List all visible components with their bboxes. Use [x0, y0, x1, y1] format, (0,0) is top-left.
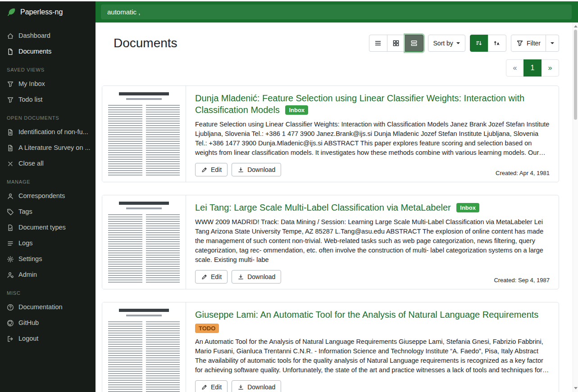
- sidebar-section-misc: MISC: [0, 283, 96, 299]
- tag-badge-inbox[interactable]: Inbox: [456, 203, 479, 212]
- open-document-icon: [7, 129, 14, 136]
- sidebar-item-label: Admin: [18, 271, 37, 279]
- sidebar-section-manage: MANAGE: [0, 171, 96, 188]
- document-title-link[interactable]: Lei Tang: Large Scale Multi-Label Classi…: [195, 203, 451, 212]
- document-card: Lei Tang: Large Scale Multi-Label Classi…: [102, 195, 559, 289]
- card-footer: Edit Download Created: Apr 4, 1981: [195, 158, 550, 176]
- card-footer: Edit Download Created: Sep 4, 1987: [195, 265, 550, 284]
- saved-view-icon: [7, 96, 14, 104]
- tag-badge-todo[interactable]: TODO: [195, 324, 219, 333]
- sidebar-item-logs[interactable]: Logs: [0, 235, 96, 251]
- created-date: Created: Apr 4, 1981: [496, 170, 550, 176]
- settings-icon: [7, 256, 14, 263]
- sidebar-item-close-all[interactable]: Close all: [0, 156, 96, 171]
- badge-row: TODO: [195, 324, 550, 333]
- filter-dropdown-toggle[interactable]: [546, 35, 559, 52]
- document-thumbnail[interactable]: [102, 86, 186, 182]
- sidebar-item-label: Documents: [18, 48, 51, 55]
- document-excerpt: An Automatic Tool for the Analysis of Na…: [195, 337, 550, 375]
- open-document-icon: [7, 144, 14, 152]
- content: Documents: [96, 23, 578, 392]
- sort-alphabetical-icon: [493, 40, 501, 47]
- sidebar: Paperless-ng Dashboard Documents SAVED V…: [0, 1, 96, 392]
- pagination-previous-button[interactable]: «: [506, 59, 524, 77]
- search-input[interactable]: [101, 5, 572, 19]
- edit-button[interactable]: Edit: [195, 163, 228, 176]
- download-button[interactable]: Download: [232, 380, 281, 392]
- sidebar-item-label: A Literature Survey on ...: [18, 144, 91, 152]
- created-date: Created: Sep 4, 1987: [494, 277, 550, 284]
- sidebar-item-open-document-2[interactable]: A Literature Survey on ...: [0, 140, 96, 156]
- edit-button[interactable]: Edit: [195, 380, 228, 392]
- sidebar-item-documentation[interactable]: Documentation: [0, 299, 96, 315]
- sidebar-item-logout[interactable]: Logout: [0, 331, 96, 347]
- filter-funnel-icon: [516, 40, 523, 47]
- saved-view-icon: [7, 81, 14, 88]
- scrollbar-thumb[interactable]: [574, 30, 577, 120]
- documentation-icon: [7, 304, 14, 311]
- sidebar-item-settings[interactable]: Settings: [0, 251, 96, 267]
- sidebar-item-admin[interactable]: Admin: [0, 267, 96, 283]
- tags-icon: [7, 208, 14, 216]
- pagination-row: « 1 »: [102, 59, 559, 77]
- thumbnail-placeholder: [108, 201, 180, 284]
- sidebar-item-document-types[interactable]: Document types: [0, 220, 96, 235]
- sidebar-item-open-document-1[interactable]: Identification of non-fu...: [0, 124, 96, 140]
- document-card-body: Dunja Mladenić: Feature Selection using …: [186, 86, 559, 182]
- document-excerpt: WWW 2009 MADRID! Track: Data Mining / Se…: [195, 217, 550, 265]
- sidebar-item-todo-list[interactable]: Todo list: [0, 92, 96, 108]
- dashboard-icon: [7, 32, 14, 40]
- scrollbar[interactable]: [573, 23, 578, 392]
- edit-button[interactable]: Edit: [195, 270, 228, 284]
- top-navbar: [96, 1, 578, 23]
- app-logo-feather-icon: [6, 7, 16, 17]
- main-area: Documents: [96, 1, 578, 392]
- tag-badge-inbox[interactable]: Inbox: [285, 105, 308, 115]
- pagination-page-1-button[interactable]: 1: [523, 59, 542, 77]
- sidebar-item-tags[interactable]: Tags: [0, 204, 96, 220]
- admin-icon: [7, 271, 14, 279]
- sidebar-item-label: Close all: [18, 160, 44, 167]
- sort-descending-button[interactable]: [470, 35, 488, 52]
- pagination-next-button[interactable]: »: [541, 59, 559, 77]
- github-icon: [7, 320, 14, 327]
- document-title-link[interactable]: Giuseppe Lami: An Automatic Tool for the…: [195, 310, 538, 320]
- view-details-button[interactable]: [405, 35, 423, 52]
- sidebar-item-label: Document types: [18, 224, 66, 231]
- app-layout: Paperless-ng Dashboard Documents SAVED V…: [0, 1, 578, 392]
- view-list-button[interactable]: [369, 35, 387, 52]
- document-excerpt: Feature Selection using Linear Classifie…: [195, 120, 550, 158]
- chevron-down-icon: [456, 42, 460, 44]
- sidebar-item-documents[interactable]: Documents: [0, 44, 96, 59]
- download-button[interactable]: Download: [232, 270, 281, 284]
- download-label: Download: [247, 166, 275, 173]
- sidebar-item-my-inbox[interactable]: My Inbox: [0, 76, 96, 92]
- sort-descending-icon: [475, 40, 482, 47]
- sidebar-item-github[interactable]: GitHub: [0, 315, 96, 331]
- sidebar-item-label: Documentation: [18, 303, 63, 311]
- sidebar-item-label: Dashboard: [18, 32, 50, 40]
- sort-by-dropdown[interactable]: Sort by: [428, 35, 465, 52]
- card-actions: Edit Download: [195, 163, 281, 176]
- sidebar-item-dashboard[interactable]: Dashboard: [0, 28, 96, 44]
- paperless-app: Paperless-ng Dashboard Documents SAVED V…: [0, 0, 578, 392]
- edit-label: Edit: [211, 273, 222, 280]
- document-thumbnail[interactable]: [102, 302, 186, 392]
- logout-icon: [7, 335, 14, 342]
- document-title: Dunja Mladenić: Feature Selection using …: [195, 92, 550, 116]
- sidebar-item-correspondents[interactable]: Correspondents: [0, 188, 96, 204]
- app-brand[interactable]: Paperless-ng: [0, 1, 96, 23]
- pagination: « 1 »: [506, 59, 559, 77]
- filter-button[interactable]: Filter: [511, 35, 546, 52]
- scrollbar-up-arrow-icon[interactable]: [574, 25, 578, 27]
- download-button[interactable]: Download: [232, 163, 281, 176]
- page-header: Documents: [102, 33, 559, 53]
- document-thumbnail[interactable]: [102, 195, 186, 289]
- document-card-body: Lei Tang: Large Scale Multi-Label Classi…: [186, 195, 559, 289]
- scrollbar-down-arrow-icon[interactable]: [574, 387, 578, 389]
- thumbnail-placeholder: [108, 91, 180, 176]
- documents-toolbar: Sort by: [369, 35, 559, 52]
- view-grid-button[interactable]: [387, 35, 405, 52]
- document-title-link[interactable]: Dunja Mladenić: Feature Selection using …: [195, 93, 524, 115]
- sort-alphabetical-button[interactable]: [488, 35, 506, 52]
